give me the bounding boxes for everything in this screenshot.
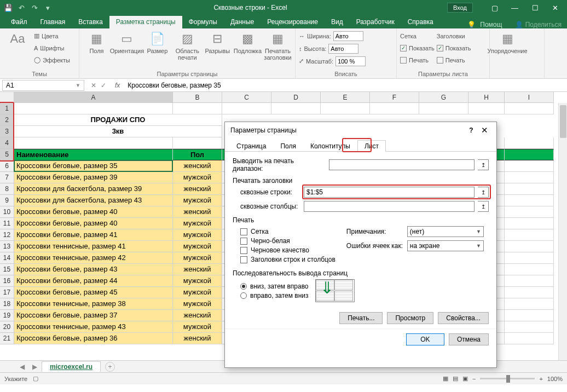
col-header-H[interactable]: H bbox=[468, 92, 505, 103]
subtitle-cell[interactable]: 3кв bbox=[14, 126, 222, 137]
help-icon[interactable]: ? bbox=[465, 126, 478, 134]
row-header-15[interactable]: 15 bbox=[0, 264, 14, 275]
row-header-21[interactable]: 21 bbox=[0, 333, 14, 344]
zoom-level[interactable]: 100% bbox=[547, 376, 563, 382]
cell-name[interactable]: Кроссовки теннисные, размер 42 bbox=[14, 252, 173, 264]
cell-gender[interactable]: мужской bbox=[173, 287, 222, 298]
scroll-thumb[interactable] bbox=[560, 105, 566, 138]
tab-разработчик[interactable]: Разработчик bbox=[350, 16, 401, 28]
formula-input[interactable]: Кроссовки беговые, размер 35 bbox=[124, 80, 567, 90]
errors-combo[interactable]: на экране▼ bbox=[407, 240, 484, 251]
sheet-tab[interactable]: microexcel.ru bbox=[42, 361, 101, 372]
print-button[interactable]: Печать... bbox=[339, 312, 383, 324]
cell-name[interactable]: Кроссовки теннисные, размер 41 bbox=[14, 241, 173, 252]
cell-name[interactable]: Кроссовки теннисные, размер 38 bbox=[14, 298, 173, 310]
login-button[interactable]: Вход bbox=[447, 3, 473, 13]
tab-вид[interactable]: Вид bbox=[325, 16, 350, 28]
size-button[interactable]: 📄Размер bbox=[143, 30, 171, 54]
effects-button[interactable]: ◯Эффекты bbox=[34, 54, 70, 66]
chevron-down-icon[interactable]: ▼ bbox=[76, 83, 80, 88]
cell-gender[interactable]: мужской bbox=[173, 229, 222, 241]
height-combo[interactable] bbox=[328, 44, 358, 54]
cell-gender[interactable]: мужской bbox=[173, 241, 222, 252]
grid-checkbox[interactable]: Сетка bbox=[240, 228, 335, 235]
comments-combo[interactable]: (нет)▼ bbox=[407, 226, 484, 237]
header-gender[interactable]: Пол bbox=[173, 149, 222, 160]
close-icon[interactable]: ✕ bbox=[546, 2, 565, 14]
dialog-tab-2[interactable]: Колонтитулы bbox=[303, 140, 357, 152]
cell-gender[interactable]: мужской bbox=[173, 218, 222, 229]
ribbon-options-icon[interactable]: ▢ bbox=[485, 2, 504, 14]
cancel-icon[interactable]: ✕ bbox=[91, 82, 96, 89]
cell-name[interactable]: Кроссовки теннисные, размер 43 bbox=[14, 321, 173, 333]
print-range-input[interactable] bbox=[329, 159, 475, 170]
row-header-4[interactable]: 4 bbox=[0, 137, 14, 149]
cell-gender[interactable]: мужской bbox=[173, 321, 222, 333]
ok-button[interactable]: OK bbox=[406, 333, 444, 345]
dialog-tab-1[interactable]: Поля bbox=[273, 140, 303, 152]
maximize-icon[interactable]: ☐ bbox=[525, 2, 545, 14]
arrange-button[interactable]: ▦Упорядочение bbox=[493, 30, 522, 54]
tab-главная[interactable]: Главная bbox=[34, 16, 72, 28]
add-sheet-button[interactable]: + bbox=[105, 362, 115, 372]
macro-record-icon[interactable]: ▢ bbox=[33, 375, 38, 382]
cell-gender[interactable]: мужской bbox=[173, 275, 222, 287]
gridlines-print-check[interactable]: Печать bbox=[400, 54, 435, 66]
cell-gender[interactable]: мужской bbox=[173, 298, 222, 310]
cell-name[interactable]: Кроссовки для баскетбола, размер 43 bbox=[14, 195, 173, 206]
preview-button[interactable]: Просмотр bbox=[387, 312, 433, 324]
row-header-7[interactable]: 7 bbox=[0, 172, 14, 183]
cell-gender[interactable]: мужской bbox=[173, 172, 222, 183]
tab-справка[interactable]: Справка bbox=[401, 16, 440, 28]
close-dialog-icon[interactable]: ✕ bbox=[478, 125, 491, 135]
view-normal-icon[interactable]: ▦ bbox=[443, 375, 448, 382]
col-header-G[interactable]: G bbox=[419, 92, 468, 103]
tab-данные[interactable]: Данные bbox=[224, 16, 261, 28]
sheet-nav-prev-icon[interactable]: ◀ bbox=[16, 363, 28, 371]
share-button[interactable]: 👤 Поделиться bbox=[515, 21, 562, 28]
colors-button[interactable]: ▥Цвета bbox=[34, 30, 70, 42]
qat-dropdown-icon[interactable]: ▾ bbox=[42, 2, 54, 14]
cell-gender[interactable]: женский bbox=[173, 264, 222, 275]
cell-name[interactable]: Кроссовки беговые, размер 41 bbox=[14, 229, 173, 241]
col-header-A[interactable]: A bbox=[14, 92, 173, 103]
row-header-20[interactable]: 20 bbox=[0, 321, 14, 333]
confirm-icon[interactable]: ✓ bbox=[101, 82, 106, 89]
cell-name[interactable]: Кроссовки беговые, размер 44 bbox=[14, 275, 173, 287]
zoom-slider[interactable] bbox=[480, 378, 535, 379]
headers-checkbox[interactable]: Заголовки строк и столбцов bbox=[240, 256, 335, 263]
name-box[interactable]: A1▼ bbox=[2, 80, 84, 91]
undo-icon[interactable]: ↶ bbox=[15, 2, 27, 14]
row-header-9[interactable]: 9 bbox=[0, 195, 14, 206]
dialog-tab-3[interactable]: Лист bbox=[357, 140, 386, 152]
row-header-5[interactable]: 5 bbox=[0, 149, 14, 160]
cell-name[interactable]: Кроссовки беговые, размер 39 bbox=[14, 172, 173, 183]
cell-name[interactable]: Кроссовки беговые, размер 45 bbox=[14, 287, 173, 298]
cell-name[interactable]: Кроссовки беговые, размер 43 bbox=[14, 264, 173, 275]
tab-разметка страницы[interactable]: Разметка страницы bbox=[109, 16, 182, 28]
redo-icon[interactable]: ↷ bbox=[28, 2, 40, 14]
fx-icon[interactable]: fx bbox=[111, 82, 124, 89]
margins-button[interactable]: ▦Поля bbox=[83, 30, 111, 54]
orientation-button[interactable]: ▭Ориентация bbox=[113, 30, 141, 54]
fonts-button[interactable]: AШрифты bbox=[34, 42, 70, 54]
minimize-icon[interactable]: — bbox=[505, 2, 524, 14]
properties-button[interactable]: Свойства... bbox=[438, 312, 489, 324]
print_titles-button[interactable]: ▦Печатать заголовки bbox=[264, 30, 292, 61]
tab-формулы[interactable]: Формулы bbox=[182, 16, 224, 28]
draft-checkbox[interactable]: Черновое качество bbox=[240, 246, 335, 254]
tab-файл[interactable]: Файл bbox=[4, 16, 34, 28]
breaks-button[interactable]: ⊟Разрывы bbox=[204, 30, 232, 54]
cell-name[interactable]: Кроссовки беговые, размер 40 bbox=[14, 206, 173, 218]
headings-print-check[interactable]: Печать bbox=[437, 54, 471, 66]
cell-gender[interactable]: женский bbox=[173, 183, 222, 195]
width-combo[interactable] bbox=[333, 31, 363, 41]
row-header-3[interactable]: 3 bbox=[0, 126, 14, 137]
gridlines-view-check[interactable]: ✓Показать bbox=[400, 42, 435, 54]
sheet-nav-next-icon[interactable]: ▶ bbox=[29, 363, 40, 371]
tab-рецензирование[interactable]: Рецензирование bbox=[261, 16, 325, 28]
cols-repeat-input[interactable] bbox=[304, 201, 475, 212]
row-header-8[interactable]: 8 bbox=[0, 183, 14, 195]
rows-repeat-input[interactable]: $1:$5 bbox=[304, 187, 475, 198]
order-down-radio[interactable]: вниз, затем вправо bbox=[240, 283, 309, 290]
